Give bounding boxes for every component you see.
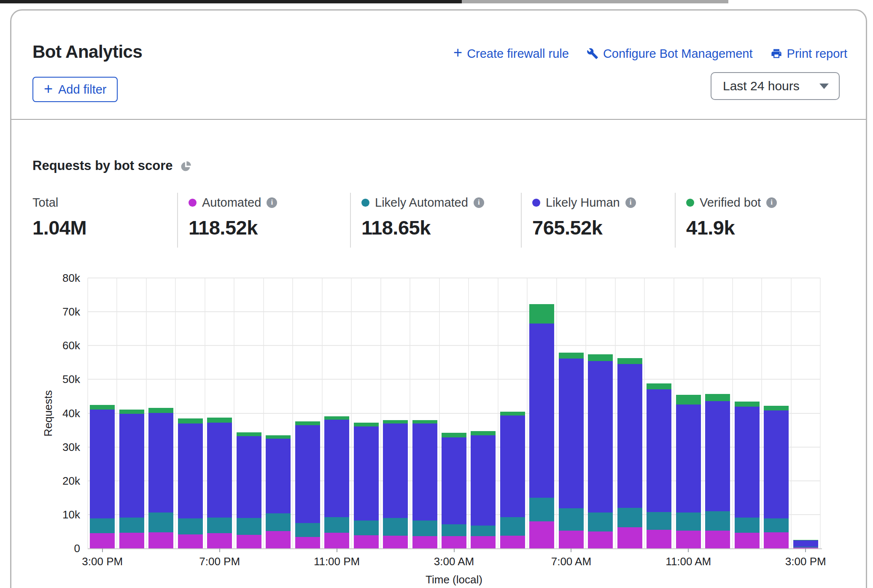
bar-segment-likely-automated[interactable] bbox=[90, 518, 115, 533]
bar-segment-likely-automated[interactable] bbox=[207, 518, 232, 533]
bar-segment-likely-automated[interactable] bbox=[324, 517, 349, 533]
bar-segment-automated[interactable] bbox=[764, 532, 789, 548]
bar-segment-likely-human[interactable] bbox=[764, 410, 789, 518]
bar-segment-automated[interactable] bbox=[324, 533, 349, 548]
bar-10-00-pm[interactable] bbox=[295, 421, 320, 548]
bar-segment-automated[interactable] bbox=[237, 535, 261, 548]
bar-segment-verified-bot[interactable] bbox=[617, 358, 642, 364]
bar-segment-verified-bot[interactable] bbox=[178, 418, 203, 423]
bar-segment-verified-bot[interactable] bbox=[324, 416, 349, 420]
bar-segment-automated[interactable] bbox=[588, 531, 613, 548]
bar-segment-automated[interactable] bbox=[383, 536, 408, 548]
bar-segment-automated[interactable] bbox=[735, 533, 760, 548]
bar-11-00-am[interactable] bbox=[676, 395, 701, 548]
info-icon[interactable]: i bbox=[474, 197, 484, 208]
bar-4-00-am[interactable] bbox=[471, 431, 496, 548]
bar-segment-automated[interactable] bbox=[266, 531, 291, 548]
bar-segment-verified-bot[interactable] bbox=[676, 395, 701, 405]
bar-3-00-am[interactable] bbox=[442, 433, 466, 548]
bar-segment-verified-bot[interactable] bbox=[442, 433, 466, 437]
bar-9-00-pm[interactable] bbox=[266, 435, 291, 548]
bar-segment-likely-automated[interactable] bbox=[383, 518, 408, 536]
bar-11-00-pm[interactable] bbox=[324, 416, 349, 548]
bar-segment-automated[interactable] bbox=[148, 532, 173, 548]
bar-segment-verified-bot[interactable] bbox=[237, 432, 261, 436]
bar-segment-automated[interactable] bbox=[90, 533, 115, 548]
bar-segment-verified-bot[interactable] bbox=[588, 354, 613, 361]
bar-segment-likely-automated[interactable] bbox=[471, 526, 496, 536]
bar-segment-verified-bot[interactable] bbox=[471, 431, 496, 435]
configure-bot-management-link[interactable]: Configure Bot Management bbox=[587, 47, 753, 61]
bar-segment-likely-human[interactable] bbox=[295, 425, 320, 523]
bar-segment-verified-bot[interactable] bbox=[735, 402, 760, 407]
bar-segment-verified-bot[interactable] bbox=[207, 418, 232, 423]
bar-segment-likely-human[interactable] bbox=[237, 436, 261, 518]
bar-segment-likely-automated[interactable] bbox=[676, 512, 701, 531]
info-icon[interactable]: i bbox=[267, 197, 277, 208]
bar-segment-likely-human[interactable] bbox=[705, 401, 730, 511]
bar-segment-likely-human[interactable] bbox=[735, 407, 760, 518]
bar-segment-likely-automated[interactable] bbox=[588, 512, 613, 531]
bar-segment-likely-human[interactable] bbox=[324, 420, 349, 518]
bar-segment-automated[interactable] bbox=[676, 531, 701, 548]
info-icon[interactable]: i bbox=[766, 197, 777, 208]
bar-segment-likely-automated[interactable] bbox=[617, 508, 642, 528]
bar-3-00-pm[interactable] bbox=[793, 540, 818, 548]
bar-segment-verified-bot[interactable] bbox=[412, 420, 437, 423]
info-icon[interactable]: i bbox=[625, 197, 636, 208]
bar-2-00-am[interactable] bbox=[412, 420, 437, 548]
bar-6-00-pm[interactable] bbox=[178, 418, 203, 548]
bar-segment-likely-automated[interactable] bbox=[412, 521, 437, 536]
add-filter-button[interactable]: + Add filter bbox=[32, 77, 118, 102]
bar-3-00-pm[interactable] bbox=[90, 405, 115, 548]
bar-segment-verified-bot[interactable] bbox=[295, 421, 320, 425]
bar-segment-likely-human[interactable] bbox=[647, 389, 671, 512]
bar-segment-likely-human[interactable] bbox=[148, 413, 173, 512]
bar-segment-likely-human[interactable] bbox=[676, 405, 701, 512]
bar-segment-verified-bot[interactable] bbox=[705, 394, 730, 401]
bar-segment-automated[interactable] bbox=[617, 527, 642, 548]
bar-segment-likely-human[interactable] bbox=[617, 364, 642, 508]
bar-segment-likely-automated[interactable] bbox=[764, 518, 789, 533]
bar-segment-automated[interactable] bbox=[295, 537, 320, 548]
bar-segment-automated[interactable] bbox=[178, 534, 203, 548]
bar-segment-likely-human[interactable] bbox=[412, 423, 437, 521]
bar-segment-likely-human[interactable] bbox=[266, 439, 291, 513]
bar-1-00-am[interactable] bbox=[383, 420, 408, 548]
bar-segment-likely-human[interactable] bbox=[500, 415, 525, 517]
bar-segment-likely-automated[interactable] bbox=[237, 518, 261, 535]
print-report-link[interactable]: Print report bbox=[771, 47, 847, 61]
bar-segment-likely-automated[interactable] bbox=[735, 518, 760, 533]
bar-5-00-am[interactable] bbox=[500, 412, 525, 548]
bar-10-00-am[interactable] bbox=[647, 383, 671, 548]
bar-segment-automated[interactable] bbox=[207, 533, 232, 548]
bar-segment-verified-bot[interactable] bbox=[383, 420, 408, 423]
bar-9-00-am[interactable] bbox=[617, 358, 642, 548]
bar-segment-automated[interactable] bbox=[471, 536, 496, 548]
bar-segment-likely-automated[interactable] bbox=[529, 498, 554, 521]
bar-segment-likely-human[interactable] bbox=[471, 435, 496, 526]
bar-segment-likely-human[interactable] bbox=[793, 540, 818, 547]
bar-segment-automated[interactable] bbox=[119, 533, 144, 548]
bar-segment-automated[interactable] bbox=[705, 531, 730, 548]
bar-5-00-pm[interactable] bbox=[148, 408, 173, 548]
bar-8-00-am[interactable] bbox=[588, 354, 613, 548]
bar-segment-verified-bot[interactable] bbox=[647, 383, 671, 389]
bar-segment-likely-automated[interactable] bbox=[647, 512, 671, 530]
bar-segment-automated[interactable] bbox=[529, 521, 554, 548]
bar-segment-automated[interactable] bbox=[500, 536, 525, 548]
bar-8-00-pm[interactable] bbox=[237, 432, 261, 548]
bar-segment-verified-bot[interactable] bbox=[764, 406, 789, 410]
bar-segment-likely-human[interactable] bbox=[119, 414, 144, 518]
bar-6-00-am[interactable] bbox=[529, 304, 554, 548]
bar-segment-likely-human[interactable] bbox=[529, 324, 554, 498]
bar-segment-verified-bot[interactable] bbox=[119, 410, 144, 414]
bar-segment-verified-bot[interactable] bbox=[90, 405, 115, 409]
bar-segment-verified-bot[interactable] bbox=[148, 408, 173, 413]
bar-segment-automated[interactable] bbox=[647, 530, 671, 548]
bar-segment-verified-bot[interactable] bbox=[529, 304, 554, 324]
bar-segment-likely-automated[interactable] bbox=[354, 521, 379, 535]
bar-7-00-am[interactable] bbox=[559, 353, 584, 548]
bar-7-00-pm[interactable] bbox=[207, 418, 232, 548]
time-range-select[interactable]: Last 24 hours bbox=[711, 72, 840, 100]
